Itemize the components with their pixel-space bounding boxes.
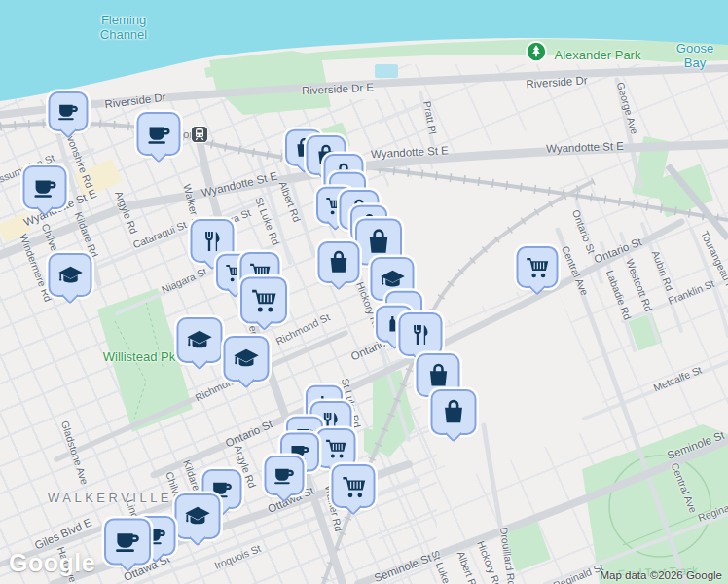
coffee-marker[interactable] xyxy=(265,456,305,500)
coffee-marker[interactable] xyxy=(104,518,151,569)
cart-marker[interactable] xyxy=(517,246,559,293)
graduation-cap-marker[interactable] xyxy=(49,253,92,302)
shopping-bag-marker[interactable] xyxy=(431,389,477,440)
map-attribution[interactable]: Map data ©2026 Google xyxy=(601,569,722,581)
graduation-cap-marker[interactable] xyxy=(175,493,221,544)
coffee-marker[interactable] xyxy=(23,165,67,214)
graduation-cap-marker[interactable] xyxy=(224,336,270,386)
train-station-icon[interactable] xyxy=(191,126,209,148)
shopping-bag-marker[interactable] xyxy=(318,241,360,288)
cart-marker[interactable] xyxy=(332,464,376,513)
cart-marker[interactable] xyxy=(240,276,287,328)
graduation-cap-marker[interactable] xyxy=(177,317,223,368)
coffee-marker[interactable] xyxy=(49,91,89,136)
map-markers-layer xyxy=(0,0,728,584)
google-logo: Google xyxy=(9,549,95,577)
park-tree-icon[interactable] xyxy=(526,41,548,67)
coffee-marker[interactable] xyxy=(137,112,181,161)
map-canvas[interactable]: Fleming ChannelGoose BayAlexander ParkWi… xyxy=(0,0,728,584)
